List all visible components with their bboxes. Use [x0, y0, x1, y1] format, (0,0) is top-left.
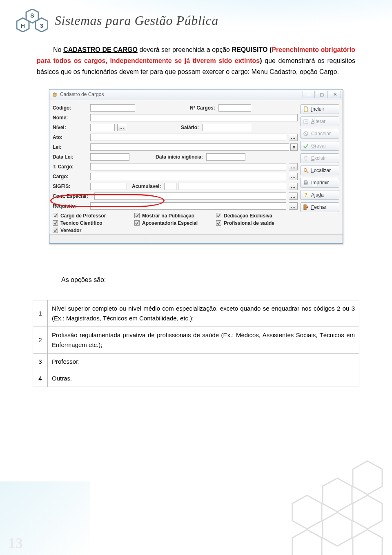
ajuda-button[interactable]: ? Ajuda	[300, 190, 339, 200]
edit-icon	[303, 119, 309, 124]
input-salario[interactable]	[202, 124, 251, 131]
input-nivel[interactable]	[90, 124, 115, 131]
cancelar-button[interactable]: Cancelar	[300, 129, 339, 139]
input-data-lei[interactable]	[90, 153, 129, 161]
table-row: 2 Profissão regulamentada privativa de p…	[33, 327, 359, 353]
fechar-button[interactable]: Fechar	[300, 202, 339, 212]
brand-logo-icon: S H 3	[16, 9, 48, 32]
lookup-acumulavel-button[interactable]: …	[289, 183, 298, 190]
svg-text:S: S	[30, 12, 34, 19]
dropdown-lei-button[interactable]: ▾	[290, 143, 298, 151]
checkbox-dedicacao-exclusiva[interactable]: Dedicação Exclusiva	[216, 213, 298, 219]
print-icon	[303, 180, 309, 186]
table-row: 4 Outras.	[33, 370, 359, 387]
label-ato: Ato:	[53, 134, 89, 140]
input-acumulavel[interactable]	[164, 183, 176, 190]
input-data-inicio[interactable]	[206, 153, 245, 161]
window-minimize-button[interactable]: —	[303, 91, 315, 98]
input-acumulavel-desc[interactable]	[178, 183, 286, 190]
input-sigfis[interactable]	[90, 183, 127, 190]
p-bold-underline: CADASTRO DE CARGO	[63, 46, 138, 53]
excluir-button[interactable]: Excluir	[300, 153, 339, 163]
lookup-cont-especial-button[interactable]: …	[289, 192, 298, 200]
input-cargo[interactable]	[90, 173, 286, 180]
checkbox-cargo-professor[interactable]: Cargo de Professor	[53, 213, 134, 219]
btn-label: ravar	[315, 143, 326, 149]
svg-marker-1	[323, 478, 352, 512]
checkbox-label: Cargo de Professor	[60, 213, 106, 219]
new-file-icon	[303, 106, 309, 112]
window-cadastro-cargos: Cadastro de Cargos — ▢ ✕ Código: Nº Carg…	[49, 89, 343, 244]
cancel-icon	[303, 131, 309, 137]
label-nome: Nome:	[53, 115, 89, 121]
options-table: 1 Nível superior completo ou nível médio…	[33, 300, 359, 387]
checkbox-label: Profissional de saúde	[224, 220, 274, 226]
checkbox-aposentadoria-especial[interactable]: Aposentadoria Especial	[134, 220, 216, 226]
svg-rect-18	[304, 182, 307, 184]
lookup-cargo-button[interactable]: …	[289, 173, 298, 180]
btn-label: ocalizar	[314, 168, 331, 173]
input-t-cargo[interactable]	[90, 163, 286, 170]
label-salario: Salário:	[181, 125, 199, 130]
input-ato[interactable]	[90, 134, 286, 141]
imprimir-button[interactable]: Imprimir	[300, 178, 339, 188]
checkbox-vereador[interactable]: Vereador	[53, 228, 134, 233]
lookup-nivel-button[interactable]: …	[117, 124, 126, 131]
option-text: Nível superior completo ou nível médio c…	[48, 300, 359, 327]
svg-marker-0	[353, 461, 382, 495]
svg-rect-20	[305, 184, 307, 185]
svg-rect-19	[305, 181, 307, 182]
incluir-button[interactable]: Incluir	[300, 104, 339, 114]
lookup-requisito-button[interactable]: …	[289, 202, 298, 210]
p-text: deverá ser preenchida a opção	[138, 46, 232, 53]
lookup-tcargo-button[interactable]: …	[289, 163, 298, 170]
svg-text:?: ?	[304, 192, 307, 198]
option-text: Outras.	[48, 370, 359, 387]
p-bold: REQUISITO (	[232, 46, 272, 53]
btn-label: ancelar	[315, 131, 331, 137]
input-lei[interactable]	[90, 143, 289, 151]
svg-line-17	[307, 171, 308, 173]
checkbox-label: Tecnico Cientifico	[60, 220, 102, 226]
input-n-cargos[interactable]	[218, 104, 251, 112]
label-sigfis: SIGFIS:	[53, 184, 89, 189]
label-data-lei: Data Lei:	[53, 154, 89, 160]
input-codigo[interactable]	[90, 104, 135, 112]
window-titlebar: Cadastro de Cargos — ▢ ✕	[49, 90, 343, 100]
option-text: Profissão regulamentada privativa de pro…	[48, 327, 359, 353]
option-number: 3	[33, 353, 48, 370]
label-codigo: Código:	[53, 105, 89, 111]
svg-line-15	[305, 132, 307, 135]
window-maximize-button[interactable]: ▢	[316, 91, 328, 98]
search-icon	[303, 168, 309, 173]
window-close-button[interactable]: ✕	[329, 91, 341, 98]
option-text: Professor;	[48, 353, 359, 370]
label-lei: Lei:	[53, 144, 89, 150]
option-number: 1	[33, 300, 48, 327]
window-title: Cadastro de Cargos	[60, 92, 104, 97]
alterar-button[interactable]: Alterar	[300, 116, 339, 126]
checkbox-profissional-saude[interactable]: Profissional de saúde	[216, 220, 298, 226]
gravar-button[interactable]: Gravar	[300, 141, 339, 151]
input-requisito[interactable]	[90, 202, 286, 210]
lookup-ato-button[interactable]: …	[289, 134, 298, 141]
options-intro-text: As opções são:	[61, 276, 392, 284]
svg-point-16	[304, 168, 307, 171]
localizar-button[interactable]: Localizar	[300, 166, 339, 175]
page-number: 13	[8, 535, 23, 552]
intro-paragraph: No CADASTRO DE CARGO deverá ser preenchi…	[37, 44, 355, 78]
input-cont-especial[interactable]	[94, 192, 286, 200]
help-icon: ?	[303, 192, 309, 198]
btn-label: echar	[314, 204, 326, 210]
svg-text:H: H	[21, 22, 25, 29]
checkbox-mostrar-publicacao[interactable]: Mostrar na Publicação	[134, 213, 216, 219]
input-nome[interactable]	[90, 114, 298, 121]
window-statusbar	[49, 234, 343, 243]
checkbox-tecnico-cientifico[interactable]: Tecnico Cientifico	[53, 220, 134, 226]
btn-label: ncluir	[312, 106, 324, 112]
svg-marker-6	[292, 530, 322, 555]
btn-label: lterar	[314, 119, 325, 124]
p-text: No	[53, 46, 63, 53]
table-row: 1 Nível superior completo ou nível médio…	[33, 300, 359, 327]
label-n-cargos: Nº Cargos:	[190, 105, 215, 111]
